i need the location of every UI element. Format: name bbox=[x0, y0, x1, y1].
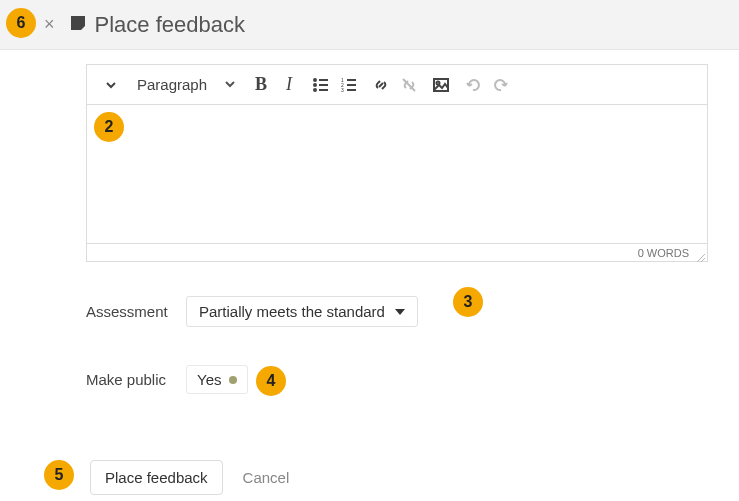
redo-icon[interactable] bbox=[487, 71, 515, 99]
make-public-row: Make public Yes bbox=[86, 365, 739, 394]
undo-icon[interactable] bbox=[459, 71, 487, 99]
assessment-row: Assessment Partially meets the standard bbox=[86, 296, 739, 327]
svg-point-2 bbox=[314, 84, 316, 86]
make-public-label: Make public bbox=[86, 371, 186, 388]
editor-textarea[interactable] bbox=[87, 105, 707, 243]
annotation-marker-3: 3 bbox=[453, 287, 483, 317]
number-list-icon[interactable]: 123 bbox=[335, 71, 363, 99]
place-feedback-button[interactable]: Place feedback bbox=[90, 460, 223, 495]
italic-icon[interactable]: I bbox=[275, 71, 303, 99]
unlink-icon[interactable] bbox=[395, 71, 423, 99]
feedback-editor: Paragraph B I 123 bbox=[86, 64, 708, 262]
close-icon[interactable]: × bbox=[44, 14, 55, 35]
status-dot-icon bbox=[229, 376, 237, 384]
cancel-link[interactable]: Cancel bbox=[243, 469, 290, 486]
chevron-down-icon bbox=[225, 79, 235, 91]
svg-line-15 bbox=[701, 258, 705, 262]
resize-handle-icon[interactable] bbox=[695, 251, 705, 261]
make-public-toggle[interactable]: Yes bbox=[186, 365, 248, 394]
word-count: 0 WORDS bbox=[638, 247, 689, 259]
actions-row: Place feedback Cancel bbox=[90, 460, 739, 495]
editor-toolbar: Paragraph B I 123 bbox=[87, 65, 707, 105]
format-open-icon[interactable] bbox=[97, 71, 125, 99]
svg-line-14 bbox=[697, 254, 705, 262]
svg-point-4 bbox=[314, 89, 316, 91]
annotation-marker-6: 6 bbox=[6, 8, 36, 38]
make-public-value: Yes bbox=[197, 371, 221, 388]
editor-footer: 0 WORDS bbox=[87, 243, 707, 261]
assessment-select[interactable]: Partially meets the standard bbox=[186, 296, 418, 327]
image-icon[interactable] bbox=[427, 71, 455, 99]
format-select-label: Paragraph bbox=[137, 76, 207, 93]
dialog-title: Place feedback bbox=[69, 12, 245, 38]
dialog-header: × Place feedback bbox=[0, 0, 739, 50]
annotation-marker-4: 4 bbox=[256, 366, 286, 396]
dialog-title-text: Place feedback bbox=[95, 12, 245, 38]
annotation-marker-2: 2 bbox=[94, 112, 124, 142]
bold-icon[interactable]: B bbox=[247, 71, 275, 99]
annotation-marker-5: 5 bbox=[44, 460, 74, 490]
svg-point-0 bbox=[314, 79, 316, 81]
assessment-label: Assessment bbox=[86, 303, 186, 320]
link-icon[interactable] bbox=[367, 71, 395, 99]
caret-down-icon bbox=[395, 309, 405, 315]
assessment-value: Partially meets the standard bbox=[199, 303, 385, 320]
format-select[interactable]: Paragraph bbox=[133, 76, 239, 93]
svg-text:3: 3 bbox=[341, 87, 344, 93]
bullet-list-icon[interactable] bbox=[307, 71, 335, 99]
note-icon bbox=[69, 12, 87, 38]
